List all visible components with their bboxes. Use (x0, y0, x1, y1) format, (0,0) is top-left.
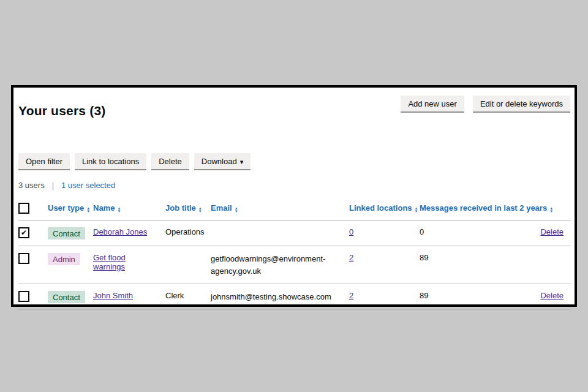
table-row: Admin Get flood warnings getfloodwarning… (18, 246, 571, 284)
email-cell: getfloodwarnings@environment-agency.gov.… (211, 246, 349, 284)
users-panel: Your users (3) Add new user Edit or dele… (11, 85, 577, 307)
linked-locations-link[interactable]: 0 (349, 227, 353, 236)
table-row: Contact John Smith Clerk johnsmith@testi… (18, 284, 571, 310)
column-header-messages[interactable]: Messages received in last 2 years▲▼ (420, 203, 534, 221)
open-filter-button[interactable]: Open filter (18, 153, 70, 169)
column-header-name[interactable]: Name▲▼ (93, 203, 165, 221)
column-header-user-type[interactable]: User type▲▼ (48, 203, 93, 221)
page: { "colors": { "accent_blue": "#1d70b8", … (0, 0, 588, 392)
table-header-row: User type▲▼ Name▲▼ Job title▲▼ Email▲▼ L… (18, 203, 571, 221)
email-cell: johnsmith@testing.showcase.com (211, 284, 349, 310)
job-title-cell: Operations (165, 221, 211, 246)
messages-cell: 89 (420, 246, 534, 284)
sort-icon[interactable]: ▲▼ (117, 207, 121, 213)
email-cell (211, 221, 349, 246)
sort-icon[interactable]: ▲▼ (415, 207, 418, 213)
row-checkbox[interactable] (18, 291, 29, 302)
sort-icon[interactable]: ▲▼ (86, 207, 90, 213)
sort-icon[interactable]: ▲▼ (235, 207, 238, 213)
link-to-locations-button[interactable]: Link to locations (75, 153, 146, 169)
edit-or-delete-keywords-button[interactable]: Edit or delete keywords (473, 96, 570, 111)
download-label: Download (202, 157, 237, 166)
page-title: Your users (3) (18, 104, 105, 118)
user-type-badge: Contact (48, 291, 85, 303)
column-header-email[interactable]: Email▲▼ (211, 203, 349, 221)
chevron-down-icon: ▾ (240, 158, 244, 165)
users-count-text: 3 users (18, 181, 45, 190)
checkmark-icon: ✔ (21, 229, 27, 236)
actions-cell-empty (534, 246, 571, 284)
messages-cell: 0 (420, 221, 534, 246)
toolbar: Open filter Link to locations Delete Dow… (18, 153, 251, 169)
users-table: User type▲▼ Name▲▼ Job title▲▼ Email▲▼ L… (18, 203, 571, 310)
add-new-user-button[interactable]: Add new user (401, 96, 464, 111)
user-type-badge: Contact (48, 227, 85, 239)
column-header-job-title[interactable]: Job title▲▼ (165, 203, 211, 221)
download-dropdown-button[interactable]: Download▾ (194, 153, 251, 169)
job-title-cell: Clerk (165, 284, 211, 310)
status-separator: | (52, 181, 54, 190)
sort-icon[interactable]: ▲▼ (198, 207, 202, 213)
linked-locations-link[interactable]: 2 (349, 253, 353, 262)
linked-locations-link[interactable]: 2 (349, 291, 353, 300)
messages-cell: 89 (420, 284, 534, 310)
table-row: ✔ Contact Deborah Jones Operations 0 0 D… (18, 221, 571, 246)
select-all-checkbox[interactable] (18, 203, 29, 214)
status-row: 3 users | 1 user selected (18, 181, 115, 190)
row-checkbox[interactable] (18, 253, 29, 264)
sort-icon[interactable]: ▲▼ (549, 207, 553, 213)
user-name-link[interactable]: Deborah Jones (93, 227, 147, 236)
user-type-badge: Admin (48, 253, 80, 265)
user-name-link[interactable]: Get flood warnings (93, 253, 126, 271)
job-title-cell (165, 246, 211, 284)
user-selected-link[interactable]: 1 user selected (61, 181, 115, 190)
delete-button[interactable]: Delete (151, 153, 189, 169)
row-delete-link[interactable]: Delete (540, 227, 564, 236)
row-checkbox-checked[interactable]: ✔ (18, 227, 29, 238)
column-header-linked-locations[interactable]: Linked locations▲▼ (349, 203, 420, 221)
user-name-link[interactable]: John Smith (93, 291, 133, 300)
row-delete-link[interactable]: Delete (540, 291, 564, 300)
header-actions: Add new user Edit or delete keywords (401, 96, 570, 111)
